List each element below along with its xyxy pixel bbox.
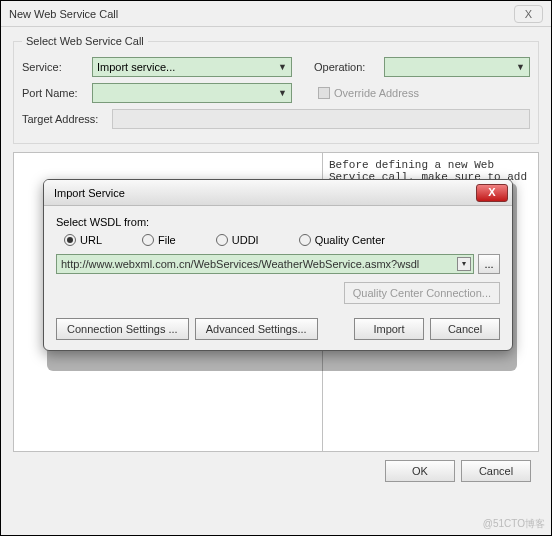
port-label: Port Name:	[22, 87, 86, 99]
select-wsdl-label: Select WSDL from:	[56, 216, 500, 228]
window-close-button[interactable]: X	[514, 5, 543, 23]
dropdown-arrow-icon: ▼	[516, 62, 525, 72]
wsdl-url-value: http://www.webxml.com.cn/WebServices/Wea…	[61, 258, 419, 270]
radio-uddi-label: UDDI	[232, 234, 259, 246]
select-call-group: Select Web Service Call Service: Import …	[13, 35, 539, 144]
service-combobox[interactable]: Import service... ▼	[92, 57, 292, 77]
wsdl-source-radios: URL File UDDI Quality Center	[64, 234, 500, 246]
dropdown-arrow-icon[interactable]: ▾	[457, 257, 471, 271]
radio-icon	[64, 234, 76, 246]
radio-qc-label: Quality Center	[315, 234, 385, 246]
import-button[interactable]: Import	[354, 318, 424, 340]
modal-body: Select WSDL from: URL File UDDI Quality …	[44, 206, 512, 350]
radio-file[interactable]: File	[142, 234, 176, 246]
radio-url-label: URL	[80, 234, 102, 246]
title-bar: New Web Service Call X	[1, 1, 551, 27]
dialog-buttons: OK Cancel	[1, 452, 551, 482]
radio-icon	[216, 234, 228, 246]
radio-qc[interactable]: Quality Center	[299, 234, 385, 246]
advanced-settings-button[interactable]: Advanced Settings...	[195, 318, 318, 340]
window-title: New Web Service Call	[9, 8, 118, 20]
wsdl-url-input[interactable]: http://www.webxml.com.cn/WebServices/Wea…	[56, 254, 474, 274]
group-legend: Select Web Service Call	[22, 35, 148, 47]
service-value: Import service...	[97, 61, 175, 73]
qc-connection-button: Quality Center Connection...	[344, 282, 500, 304]
service-label: Service:	[22, 61, 86, 73]
modal-close-button[interactable]: X	[476, 184, 508, 202]
radio-uddi[interactable]: UDDI	[216, 234, 259, 246]
radio-url[interactable]: URL	[64, 234, 102, 246]
ok-button[interactable]: OK	[385, 460, 455, 482]
radio-file-label: File	[158, 234, 176, 246]
operation-label: Operation:	[314, 61, 378, 73]
modal-title-bar: Import Service X	[44, 180, 512, 206]
dropdown-arrow-icon: ▼	[278, 88, 287, 98]
radio-icon	[142, 234, 154, 246]
dropdown-arrow-icon: ▼	[278, 62, 287, 72]
main-window: New Web Service Call X Select Web Servic…	[0, 0, 552, 536]
cancel-button[interactable]: Cancel	[461, 460, 531, 482]
radio-icon	[299, 234, 311, 246]
connection-settings-button[interactable]: Connection Settings ...	[56, 318, 189, 340]
checkbox-icon	[318, 87, 330, 99]
import-service-dialog: Import Service X Select WSDL from: URL F…	[43, 179, 513, 351]
browse-button[interactable]: ...	[478, 254, 500, 274]
modal-cancel-button[interactable]: Cancel	[430, 318, 500, 340]
watermark: @51CTO博客	[483, 517, 545, 531]
override-address-checkbox: Override Address	[318, 87, 419, 99]
override-label: Override Address	[334, 87, 419, 99]
target-address-label: Target Address:	[22, 113, 106, 125]
modal-title: Import Service	[54, 187, 125, 199]
operation-combobox[interactable]: ▼	[384, 57, 530, 77]
target-address-field	[112, 109, 530, 129]
port-combobox[interactable]: ▼	[92, 83, 292, 103]
